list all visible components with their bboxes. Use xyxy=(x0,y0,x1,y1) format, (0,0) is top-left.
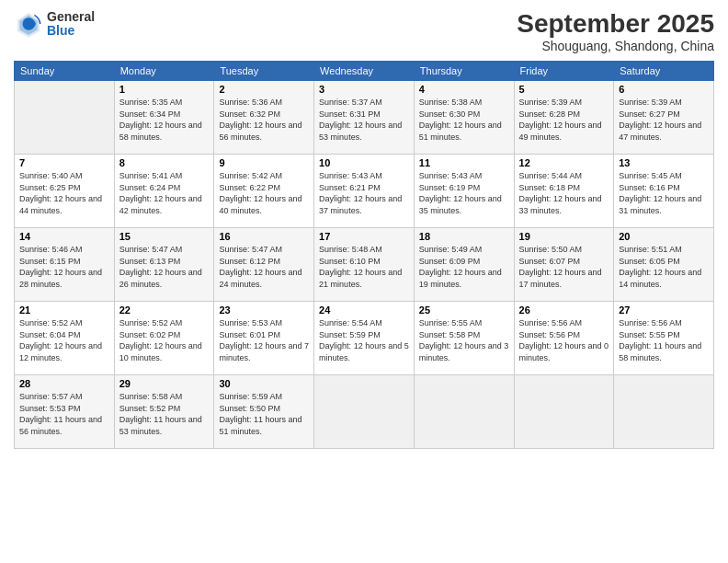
calendar-day-cell: 13Sunrise: 5:45 AM Sunset: 6:16 PM Dayli… xyxy=(614,155,714,228)
calendar-day-cell: 10Sunrise: 5:43 AM Sunset: 6:21 PM Dayli… xyxy=(314,155,415,228)
calendar-day-cell: 24Sunrise: 5:54 AM Sunset: 5:59 PM Dayli… xyxy=(314,302,415,375)
title-area: September 2025 Shouguang, Shandong, Chin… xyxy=(517,9,714,53)
calendar-day-cell: 28Sunrise: 5:57 AM Sunset: 5:53 PM Dayli… xyxy=(15,375,115,449)
day-info: Sunrise: 5:36 AM Sunset: 6:32 PM Dayligh… xyxy=(219,97,309,143)
calendar-week-row: 21Sunrise: 5:52 AM Sunset: 6:04 PM Dayli… xyxy=(15,302,714,375)
day-info: Sunrise: 5:46 AM Sunset: 6:15 PM Dayligh… xyxy=(19,244,109,290)
calendar-day-cell xyxy=(514,375,614,449)
day-info: Sunrise: 5:49 AM Sunset: 6:09 PM Dayligh… xyxy=(419,244,509,290)
calendar-header-row: Sunday Monday Tuesday Wednesday Thursday… xyxy=(15,62,714,81)
calendar-day-cell: 5Sunrise: 5:39 AM Sunset: 6:28 PM Daylig… xyxy=(514,81,614,155)
calendar-week-row: 1Sunrise: 5:35 AM Sunset: 6:34 PM Daylig… xyxy=(15,81,714,155)
day-info: Sunrise: 5:52 AM Sunset: 6:02 PM Dayligh… xyxy=(119,317,210,363)
calendar-day-cell: 27Sunrise: 5:56 AM Sunset: 5:55 PM Dayli… xyxy=(614,302,714,375)
day-number: 16 xyxy=(219,231,309,242)
calendar-day-cell: 2Sunrise: 5:36 AM Sunset: 6:32 PM Daylig… xyxy=(214,81,314,155)
day-number: 3 xyxy=(319,84,409,95)
logo-blue-text: Blue xyxy=(47,24,95,38)
day-info: Sunrise: 5:51 AM Sunset: 6:05 PM Dayligh… xyxy=(619,244,709,290)
day-number: 28 xyxy=(19,378,109,389)
day-number: 4 xyxy=(419,84,509,95)
calendar-day-cell: 15Sunrise: 5:47 AM Sunset: 6:13 PM Dayli… xyxy=(114,228,214,302)
calendar-title: September 2025 xyxy=(517,9,714,39)
col-saturday: Saturday xyxy=(614,62,714,81)
day-info: Sunrise: 5:59 AM Sunset: 5:50 PM Dayligh… xyxy=(219,391,309,437)
day-info: Sunrise: 5:44 AM Sunset: 6:18 PM Dayligh… xyxy=(519,170,609,216)
calendar-day-cell: 26Sunrise: 5:56 AM Sunset: 5:56 PM Dayli… xyxy=(514,302,614,375)
day-info: Sunrise: 5:55 AM Sunset: 5:58 PM Dayligh… xyxy=(419,317,509,363)
day-info: Sunrise: 5:35 AM Sunset: 6:34 PM Dayligh… xyxy=(119,97,210,143)
day-number: 2 xyxy=(219,84,309,95)
col-tuesday: Tuesday xyxy=(214,62,314,81)
day-info: Sunrise: 5:45 AM Sunset: 6:16 PM Dayligh… xyxy=(619,170,709,216)
day-number: 18 xyxy=(419,231,509,242)
day-info: Sunrise: 5:53 AM Sunset: 6:01 PM Dayligh… xyxy=(219,317,309,363)
calendar-day-cell: 19Sunrise: 5:50 AM Sunset: 6:07 PM Dayli… xyxy=(514,228,614,302)
day-info: Sunrise: 5:41 AM Sunset: 6:24 PM Dayligh… xyxy=(119,170,210,216)
day-number: 10 xyxy=(319,157,409,168)
logo-general-text: General xyxy=(47,10,95,24)
calendar-day-cell: 22Sunrise: 5:52 AM Sunset: 6:02 PM Dayli… xyxy=(114,302,214,375)
day-info: Sunrise: 5:47 AM Sunset: 6:13 PM Dayligh… xyxy=(119,244,210,290)
day-number: 20 xyxy=(619,231,709,242)
calendar-week-row: 7Sunrise: 5:40 AM Sunset: 6:25 PM Daylig… xyxy=(15,155,714,228)
day-number: 21 xyxy=(19,304,109,316)
day-info: Sunrise: 5:57 AM Sunset: 5:53 PM Dayligh… xyxy=(19,391,109,437)
calendar-day-cell xyxy=(314,375,415,449)
day-number: 6 xyxy=(619,84,709,95)
day-info: Sunrise: 5:39 AM Sunset: 6:27 PM Dayligh… xyxy=(619,97,709,143)
header: General Blue September 2025 Shouguang, S… xyxy=(14,9,714,53)
day-number: 5 xyxy=(519,84,609,95)
day-info: Sunrise: 5:52 AM Sunset: 6:04 PM Dayligh… xyxy=(19,317,109,363)
calendar-day-cell xyxy=(614,375,714,449)
day-number: 1 xyxy=(119,84,210,95)
day-number: 14 xyxy=(19,231,109,242)
calendar-table: Sunday Monday Tuesday Wednesday Thursday… xyxy=(14,61,714,449)
calendar-day-cell: 23Sunrise: 5:53 AM Sunset: 6:01 PM Dayli… xyxy=(214,302,314,375)
logo-icon xyxy=(14,9,43,39)
calendar-day-cell: 3Sunrise: 5:37 AM Sunset: 6:31 PM Daylig… xyxy=(314,81,415,155)
day-number: 29 xyxy=(119,378,210,389)
day-info: Sunrise: 5:48 AM Sunset: 6:10 PM Dayligh… xyxy=(319,244,409,290)
calendar-day-cell: 17Sunrise: 5:48 AM Sunset: 6:10 PM Dayli… xyxy=(314,228,415,302)
day-info: Sunrise: 5:58 AM Sunset: 5:52 PM Dayligh… xyxy=(119,391,210,437)
calendar-day-cell: 14Sunrise: 5:46 AM Sunset: 6:15 PM Dayli… xyxy=(15,228,115,302)
col-monday: Monday xyxy=(114,62,214,81)
day-number: 22 xyxy=(119,304,210,316)
calendar-day-cell: 20Sunrise: 5:51 AM Sunset: 6:05 PM Dayli… xyxy=(614,228,714,302)
calendar-subtitle: Shouguang, Shandong, China xyxy=(517,39,714,53)
calendar-day-cell: 29Sunrise: 5:58 AM Sunset: 5:52 PM Dayli… xyxy=(114,375,214,449)
day-number: 23 xyxy=(219,304,309,316)
day-number: 8 xyxy=(119,157,210,168)
calendar-day-cell xyxy=(15,81,115,155)
day-number: 13 xyxy=(619,157,709,168)
calendar-day-cell: 8Sunrise: 5:41 AM Sunset: 6:24 PM Daylig… xyxy=(114,155,214,228)
logo: General Blue xyxy=(14,9,95,39)
col-friday: Friday xyxy=(514,62,614,81)
calendar-day-cell: 16Sunrise: 5:47 AM Sunset: 6:12 PM Dayli… xyxy=(214,228,314,302)
day-info: Sunrise: 5:38 AM Sunset: 6:30 PM Dayligh… xyxy=(419,97,509,143)
day-info: Sunrise: 5:43 AM Sunset: 6:21 PM Dayligh… xyxy=(319,170,409,216)
day-info: Sunrise: 5:42 AM Sunset: 6:22 PM Dayligh… xyxy=(219,170,309,216)
calendar-day-cell: 7Sunrise: 5:40 AM Sunset: 6:25 PM Daylig… xyxy=(15,155,115,228)
day-number: 15 xyxy=(119,231,210,242)
day-number: 7 xyxy=(19,157,109,168)
day-number: 11 xyxy=(419,157,509,168)
day-number: 30 xyxy=(219,378,309,389)
calendar-day-cell: 6Sunrise: 5:39 AM Sunset: 6:27 PM Daylig… xyxy=(614,81,714,155)
calendar-week-row: 14Sunrise: 5:46 AM Sunset: 6:15 PM Dayli… xyxy=(15,228,714,302)
day-number: 12 xyxy=(519,157,609,168)
day-number: 27 xyxy=(619,304,709,316)
main-container: General Blue September 2025 Shouguang, S… xyxy=(0,0,728,563)
day-info: Sunrise: 5:56 AM Sunset: 5:56 PM Dayligh… xyxy=(519,317,609,363)
day-number: 26 xyxy=(519,304,609,316)
calendar-day-cell: 18Sunrise: 5:49 AM Sunset: 6:09 PM Dayli… xyxy=(414,228,514,302)
calendar-day-cell xyxy=(414,375,514,449)
day-info: Sunrise: 5:54 AM Sunset: 5:59 PM Dayligh… xyxy=(319,317,409,363)
day-info: Sunrise: 5:37 AM Sunset: 6:31 PM Dayligh… xyxy=(319,97,409,143)
calendar-day-cell: 1Sunrise: 5:35 AM Sunset: 6:34 PM Daylig… xyxy=(114,81,214,155)
calendar-day-cell: 12Sunrise: 5:44 AM Sunset: 6:18 PM Dayli… xyxy=(514,155,614,228)
day-info: Sunrise: 5:56 AM Sunset: 5:55 PM Dayligh… xyxy=(619,317,709,363)
logo-text: General Blue xyxy=(47,10,95,39)
day-number: 9 xyxy=(219,157,309,168)
